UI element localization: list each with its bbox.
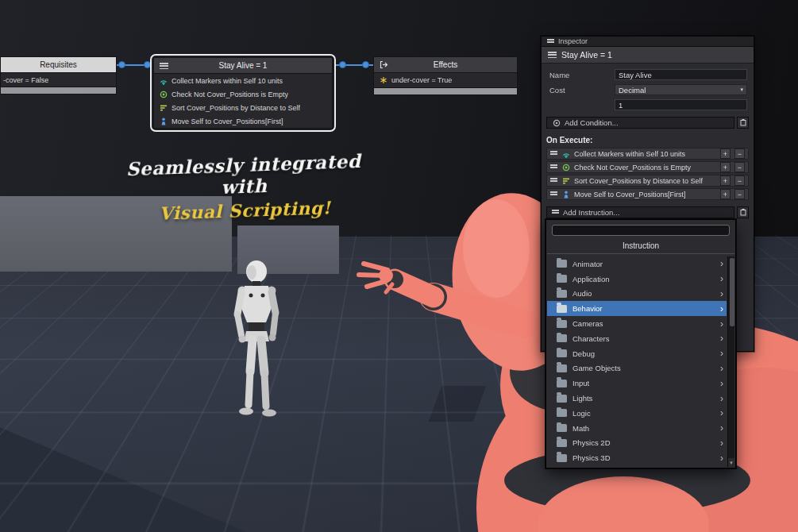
remove-button[interactable]: − (734, 148, 745, 159)
folder-icon (557, 364, 567, 372)
effect-label: under-cover = True (391, 76, 452, 84)
remove-button[interactable]: − (734, 162, 745, 172)
scrollbar-thumb[interactable] (730, 258, 734, 326)
cost-value-input[interactable] (615, 99, 747, 110)
instruction-label: Sort Cover_Positions by Distance to Self (574, 177, 716, 185)
instruction-label: Move Self to Cover_Positions[First] (172, 118, 283, 125)
chevron-right-icon: › (720, 259, 723, 268)
add-instruction-button[interactable]: Add Instruction... (546, 206, 734, 218)
remove-button[interactable]: − (734, 189, 745, 199)
category-animator[interactable]: Animator› (547, 256, 727, 272)
chevron-right-icon: › (720, 423, 723, 433)
add-sub-button[interactable]: + (720, 175, 731, 186)
effects-icon (380, 60, 388, 69)
chevron-right-icon: › (720, 274, 723, 283)
folder-icon (557, 305, 567, 313)
paste-instruction-button[interactable] (737, 206, 749, 218)
check-condition-icon (159, 91, 168, 98)
folder-icon (557, 380, 567, 387)
chevron-right-icon: › (720, 304, 723, 314)
category-application[interactable]: Application› (547, 272, 727, 287)
inspector-instruction-row[interactable]: Collect Markers within Self 10 units + − (546, 148, 749, 160)
folder-icon (557, 454, 567, 462)
cost-label: Cost (549, 86, 615, 94)
inspector-tab-label: Inspector (558, 37, 588, 45)
effects-row[interactable]: under-cover = True (374, 73, 517, 87)
add-condition-label: Add Condition... (565, 118, 619, 127)
name-label: Name (549, 71, 615, 79)
chevron-down-icon: ▾ (740, 87, 743, 93)
port-effects-in[interactable] (362, 61, 369, 68)
paste-condition-button[interactable] (737, 117, 749, 129)
category-audio[interactable]: Audio› (547, 287, 727, 302)
requisites-node-header[interactable]: Requisites (0, 56, 117, 73)
caption-line1: Seamlessly integrated with (106, 149, 382, 202)
folder-icon (557, 409, 567, 417)
move-icon (159, 118, 168, 125)
effects-node-footer (373, 88, 518, 95)
graph-instruction-row[interactable]: Collect Markers within Self 10 units (154, 74, 332, 87)
category-game-objects[interactable]: Game Objects› (547, 361, 727, 376)
port-requisites-out[interactable] (118, 61, 125, 68)
category-behavior[interactable]: Behavior› (547, 301, 727, 316)
requisites-node-title: Requisites (40, 60, 77, 69)
inspector-node-header[interactable]: Stay Alive = 1 (542, 47, 754, 64)
chevron-right-icon: › (720, 364, 723, 373)
category-debug[interactable]: Debug› (547, 346, 727, 361)
graph-node-requisites[interactable]: Requisites -cover = False (0, 56, 117, 94)
add-condition-button[interactable]: Add Condition... (546, 117, 734, 129)
category-characters[interactable]: Characters› (547, 331, 727, 346)
sort-icon (561, 177, 570, 185)
paste-icon (740, 119, 746, 126)
requisites-condition-row[interactable]: -cover = False (1, 73, 116, 87)
drag-handle-icon[interactable] (550, 151, 557, 156)
inspector-node-title: Stay Alive = 1 (561, 50, 612, 60)
add-sub-button[interactable]: + (720, 162, 731, 172)
category-cameras[interactable]: Cameras› (547, 316, 727, 331)
category-physics-2d[interactable]: Physics 2D› (547, 436, 727, 451)
port-stayalive-out[interactable] (339, 61, 346, 68)
scroll-down-icon[interactable]: ▼ (728, 458, 734, 467)
inspector-instruction-row[interactable]: Sort Cover_Positions by Distance to Self… (546, 175, 749, 187)
chevron-right-icon: › (720, 319, 723, 329)
drag-handle-icon[interactable] (550, 164, 557, 170)
category-list: Animator› Application› Audio› Behavior› … (547, 256, 727, 467)
chevron-right-icon: › (720, 289, 723, 299)
category-math[interactable]: Math› (547, 421, 727, 436)
drag-handle-icon[interactable] (550, 178, 557, 183)
add-sub-button[interactable]: + (720, 148, 731, 159)
category-logic[interactable]: Logic› (547, 406, 727, 421)
folder-icon (557, 349, 567, 357)
folder-icon (557, 290, 567, 298)
chevron-right-icon: › (720, 333, 723, 343)
effects-node-header[interactable]: Effects (373, 56, 518, 73)
graph-instruction-row[interactable]: Sort Cover_Positions by Distance to Self (154, 101, 332, 114)
drag-handle-icon[interactable] (550, 191, 557, 197)
folder-icon (557, 439, 567, 447)
cost-type-dropdown[interactable]: Decimal ▾ (615, 84, 747, 95)
inspector-instruction-row[interactable]: Check Not Cover_Positions is Empty + − (546, 161, 749, 173)
name-input[interactable] (615, 69, 747, 80)
category-physics-3d[interactable]: Physics 3D› (547, 450, 727, 465)
graph-instruction-row[interactable]: Check Not Cover_Positions is Empty (154, 87, 332, 101)
add-instruction-label: Add Instruction... (563, 208, 619, 217)
category-lights[interactable]: Lights› (547, 391, 727, 406)
graph-node-effects[interactable]: Effects under-cover = True (373, 56, 518, 95)
collect-markers-icon (159, 77, 168, 85)
instruction-label: Check Not Cover_Positions is Empty (172, 91, 288, 98)
inspector-instruction-row[interactable]: Move Self to Cover_Positions[First] + − (546, 188, 749, 200)
popup-header: Instruction (547, 239, 734, 254)
popup-scrollbar[interactable]: ▼ (727, 256, 734, 467)
graph-node-stay-alive[interactable]: Stay Alive = 1 Collect Markers within Se… (150, 54, 336, 132)
instruction-search-input[interactable] (552, 225, 730, 236)
remove-button[interactable]: − (734, 175, 745, 186)
folder-icon (557, 260, 567, 268)
add-sub-button[interactable]: + (720, 189, 731, 199)
category-input[interactable]: Input› (547, 376, 727, 391)
stay-alive-node-header[interactable]: Stay Alive = 1 (153, 57, 333, 74)
chevron-right-icon: › (720, 453, 723, 463)
stay-alive-node-title: Stay Alive = 1 (219, 61, 268, 70)
graph-instruction-row[interactable]: Move Self to Cover_Positions[First] (154, 114, 332, 128)
instruction-label: Check Not Cover_Positions is Empty (574, 164, 716, 172)
inspector-tab[interactable]: Inspector (542, 37, 754, 47)
